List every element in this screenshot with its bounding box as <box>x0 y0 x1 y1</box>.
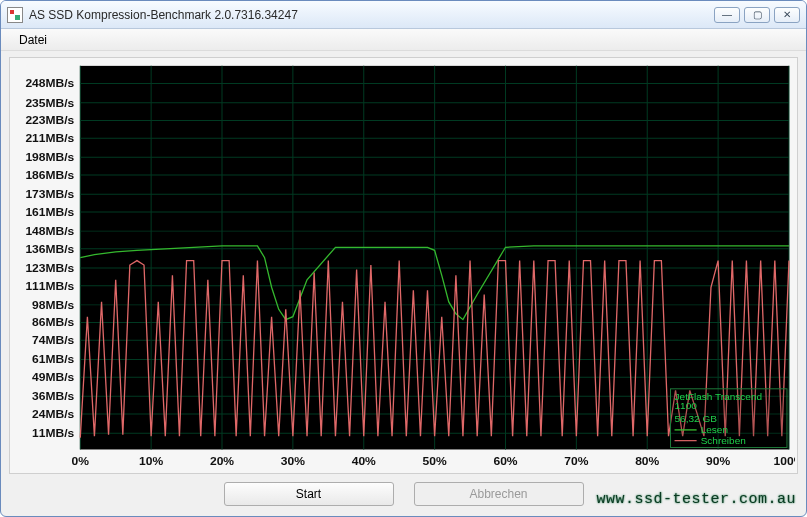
svg-text:24MB/s: 24MB/s <box>32 407 75 421</box>
svg-text:Schreiben: Schreiben <box>701 435 746 446</box>
svg-text:74MB/s: 74MB/s <box>32 333 75 347</box>
maximize-button[interactable]: ▢ <box>744 7 770 23</box>
svg-text:30%: 30% <box>281 454 306 468</box>
svg-text:161MB/s: 161MB/s <box>25 205 74 219</box>
abort-button[interactable]: Abbrechen <box>414 482 584 506</box>
window-controls: — ▢ ✕ <box>714 7 800 23</box>
menubar: Datei <box>1 29 806 51</box>
app-icon <box>7 7 23 23</box>
svg-text:98MB/s: 98MB/s <box>32 298 75 312</box>
svg-text:173MB/s: 173MB/s <box>25 187 74 201</box>
svg-text:86MB/s: 86MB/s <box>32 316 75 330</box>
svg-text:10%: 10% <box>139 454 164 468</box>
button-row: Start Abbrechen <box>9 474 798 508</box>
svg-text:Lesen: Lesen <box>701 424 728 435</box>
chart-container: 11MB/s24MB/s36MB/s49MB/s61MB/s74MB/s86MB… <box>9 57 798 474</box>
svg-text:186MB/s: 186MB/s <box>25 168 74 182</box>
client-area: 11MB/s24MB/s36MB/s49MB/s61MB/s74MB/s86MB… <box>1 51 806 516</box>
close-icon: ✕ <box>783 9 791 20</box>
svg-text:90%: 90% <box>706 454 731 468</box>
svg-text:49MB/s: 49MB/s <box>32 370 75 384</box>
svg-text:50%: 50% <box>423 454 448 468</box>
svg-text:235MB/s: 235MB/s <box>25 96 74 110</box>
titlebar[interactable]: AS SSD Kompression-Benchmark 2.0.7316.34… <box>1 1 806 29</box>
close-button[interactable]: ✕ <box>774 7 800 23</box>
minimize-button[interactable]: — <box>714 7 740 23</box>
minimize-icon: — <box>722 9 732 20</box>
svg-text:136MB/s: 136MB/s <box>25 242 74 256</box>
svg-text:148MB/s: 148MB/s <box>25 224 74 238</box>
svg-text:198MB/s: 198MB/s <box>25 150 74 164</box>
svg-text:248MB/s: 248MB/s <box>25 77 74 91</box>
svg-text:40%: 40% <box>352 454 377 468</box>
start-button[interactable]: Start <box>224 482 394 506</box>
svg-text:36MB/s: 36MB/s <box>32 389 75 403</box>
svg-text:61MB/s: 61MB/s <box>32 353 75 367</box>
svg-text:100%: 100% <box>774 454 795 468</box>
svg-text:20%: 20% <box>210 454 235 468</box>
app-window: AS SSD Kompression-Benchmark 2.0.7316.34… <box>0 0 807 517</box>
svg-text:80%: 80% <box>635 454 660 468</box>
svg-text:56,32 GB: 56,32 GB <box>675 413 718 424</box>
svg-text:11MB/s: 11MB/s <box>32 426 75 440</box>
svg-text:60%: 60% <box>493 454 518 468</box>
svg-text:70%: 70% <box>564 454 589 468</box>
maximize-icon: ▢ <box>753 9 762 20</box>
menu-datei[interactable]: Datei <box>11 31 55 49</box>
compression-chart: 11MB/s24MB/s36MB/s49MB/s61MB/s74MB/s86MB… <box>12 60 795 471</box>
svg-text:123MB/s: 123MB/s <box>25 261 74 275</box>
svg-text:0%: 0% <box>72 454 90 468</box>
svg-text:211MB/s: 211MB/s <box>25 131 74 145</box>
svg-text:111MB/s: 111MB/s <box>25 279 74 293</box>
svg-text:1100: 1100 <box>675 400 698 411</box>
window-title: AS SSD Kompression-Benchmark 2.0.7316.34… <box>29 8 714 22</box>
svg-text:223MB/s: 223MB/s <box>25 114 74 128</box>
